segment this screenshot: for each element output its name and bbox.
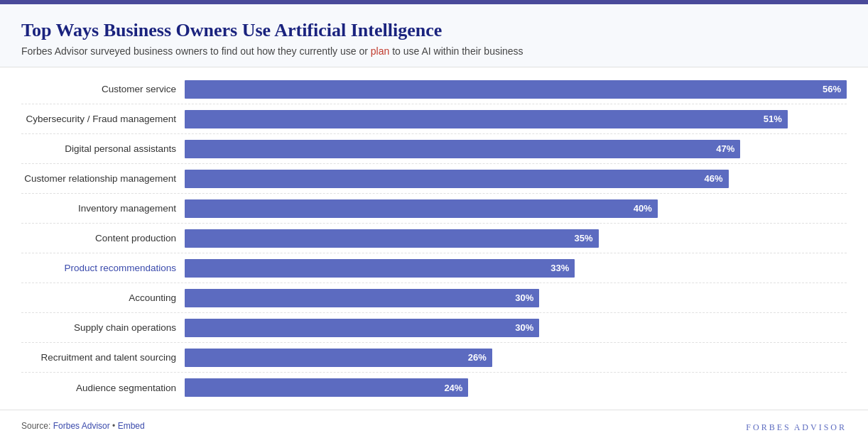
chart-area: Customer service56%Cybersecurity / Fraud… [0, 67, 868, 410]
bar-fill: 33% [185, 259, 575, 278]
bar-label: Content production [21, 233, 185, 243]
bar-row: Recruitment and talent sourcing26% [21, 343, 847, 373]
bar-container: 30% [185, 319, 847, 337]
bar-row: Customer service56% [21, 75, 847, 104]
bar-fill: 26% [185, 349, 492, 367]
bar-fill: 35% [185, 229, 599, 248]
bar-fill: 30% [185, 289, 539, 307]
bar-pct-label: 26% [468, 352, 487, 363]
bar-container: 40% [185, 199, 847, 218]
bar-row: Digital personal assistants47% [21, 134, 847, 164]
bar-row: Audience segmentation24% [21, 373, 847, 402]
chart-title: Top Ways Business Owners Use Artificial … [21, 20, 847, 41]
bar-fill: 24% [185, 378, 468, 397]
bar-row: Supply chain operations30% [21, 313, 847, 343]
bar-label: Customer relationship management [21, 173, 185, 184]
bar-label: Supply chain operations [21, 322, 185, 333]
bar-container: 51% [185, 110, 847, 128]
source-text: Source: Forbes Advisor • Embed [21, 421, 145, 431]
bar-pct-label: 47% [716, 143, 734, 154]
bar-row: Product recommendations33% [21, 253, 847, 283]
chart-subtitle: Forbes Advisor surveyed business owners … [21, 45, 847, 57]
bar-fill: 40% [185, 199, 658, 218]
bar-label: Product recommendations [21, 263, 185, 273]
bar-pct-label: 51% [764, 114, 782, 124]
bar-pct-label: 24% [444, 383, 462, 393]
bar-container: 33% [185, 259, 847, 278]
bar-label: Audience segmentation [21, 383, 185, 393]
bar-fill: 56% [185, 80, 847, 99]
source-link-forbes[interactable]: Forbes Advisor [53, 421, 110, 431]
header: Top Ways Business Owners Use Artificial … [0, 4, 868, 67]
main-card: Top Ways Business Owners Use Artificial … [0, 0, 868, 433]
bar-fill: 46% [185, 170, 729, 188]
bar-pct-label: 40% [634, 203, 652, 214]
bar-pct-label: 46% [705, 173, 723, 184]
footer: Source: Forbes Advisor • Embed ForbesADV… [0, 410, 868, 433]
bar-fill: 30% [185, 319, 539, 337]
bar-label: Customer service [21, 84, 185, 94]
bar-label: Cybersecurity / Fraud management [21, 114, 185, 124]
bar-pct-label: 35% [574, 233, 592, 243]
bar-fill: 51% [185, 110, 788, 128]
bar-container: 26% [185, 349, 847, 367]
bar-label: Recruitment and talent sourcing [21, 352, 185, 363]
bar-row: Customer relationship management46% [21, 164, 847, 194]
bar-label: Accounting [21, 292, 185, 303]
bar-pct-label: 30% [515, 292, 533, 303]
bar-row: Content production35% [21, 224, 847, 253]
bar-fill: 47% [185, 140, 740, 158]
bar-container: 56% [185, 80, 847, 99]
forbes-logo: ForbesADVISOR [743, 417, 847, 433]
bar-row: Cybersecurity / Fraud management51% [21, 104, 847, 134]
bar-label: Digital personal assistants [21, 143, 185, 154]
bar-container: 46% [185, 170, 847, 188]
bar-pct-label: 30% [515, 322, 533, 333]
bar-row: Inventory management40% [21, 194, 847, 224]
bar-container: 47% [185, 140, 847, 158]
bar-pct-label: 56% [823, 84, 841, 94]
bar-container: 24% [185, 378, 847, 397]
bar-container: 30% [185, 289, 847, 307]
bar-row: Accounting30% [21, 283, 847, 313]
bar-label: Inventory management [21, 203, 185, 214]
embed-link[interactable]: Embed [118, 421, 145, 431]
bar-container: 35% [185, 229, 847, 248]
bar-pct-label: 33% [550, 263, 569, 273]
